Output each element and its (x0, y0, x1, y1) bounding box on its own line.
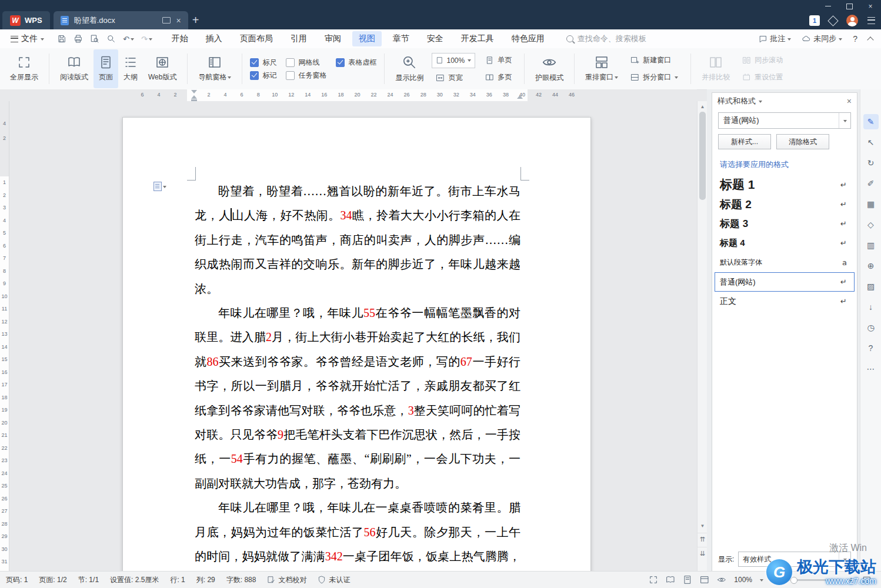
split-window-button[interactable]: 拆分窗口 (626, 71, 682, 85)
menu-tab-开始[interactable]: 开始 (165, 31, 195, 46)
chevron-down-icon[interactable] (759, 101, 762, 105)
menu-tab-视图[interactable]: 视图 (352, 31, 382, 46)
vertical-scrollbar[interactable]: ▲ ▼ ⇈ ⇊ (697, 101, 708, 572)
status-item[interactable]: 列: 29 (196, 575, 215, 585)
outline-button[interactable]: 大纲 (118, 49, 143, 88)
page-layout-icon[interactable] (683, 575, 692, 584)
status-item[interactable]: 字数: 888 (226, 575, 256, 585)
clear-format-button[interactable]: 清除格式 (776, 134, 829, 149)
menu-tab-安全[interactable]: 安全 (421, 31, 450, 46)
status-item[interactable]: 页码: 1 (6, 575, 28, 585)
columns-icon[interactable]: ▥ (863, 238, 879, 253)
document-tab[interactable]: 盼望着.docx × (54, 11, 188, 29)
paragraph-3[interactable]: 年味儿在哪里？哦，年味儿在一桌桌香喷喷的菜肴里。腊月底，妈妈为过年的饭菜忙活了5… (195, 496, 520, 572)
collapse-ribbon-icon[interactable] (867, 36, 873, 43)
view-option-网格线[interactable]: 网格线 (286, 58, 326, 68)
style-item-默认段落字体[interactable]: 默认段落字体a (715, 253, 855, 272)
select-cursor-icon[interactable]: ↖ (863, 135, 879, 150)
style-item-普通(网站)[interactable]: 普通(网站)↵ (715, 272, 855, 292)
menu-tab-开发工具[interactable]: 开发工具 (455, 31, 500, 46)
fit-window-icon[interactable] (862, 575, 872, 584)
read-layout-icon[interactable] (666, 575, 675, 584)
maximize-button[interactable] (839, 0, 860, 12)
sync-status-button[interactable]: 未同步 (802, 34, 842, 44)
highlighter-icon[interactable]: ✐ (863, 176, 879, 191)
file-menu-button[interactable]: 文件 (5, 34, 50, 44)
document-area[interactable]: 盼望着，盼望着……翘首以盼的新年近了。街市上车水马龙，人山人海，好不热闹。34瞧… (9, 101, 697, 572)
view-option-标尺[interactable]: 标尺 (250, 58, 276, 68)
eye-protect-button[interactable]: 护眼模式 (530, 49, 569, 88)
paragraph-style-icon[interactable] (153, 182, 166, 191)
menu-tab-页面布局[interactable]: 页面布局 (233, 31, 279, 46)
menu-tab-引用[interactable]: 引用 (284, 31, 313, 46)
single-page-button[interactable]: 单页 (481, 54, 516, 68)
command-search[interactable]: 查找命令、搜索模板 (566, 34, 646, 44)
help-button[interactable]: ? (853, 34, 857, 44)
user-avatar[interactable] (846, 15, 858, 26)
status-item[interactable]: 设置值: 2.5厘米 (110, 575, 159, 585)
image-icon[interactable]: ▨ (863, 279, 879, 294)
more-icon[interactable]: ⋯ (863, 361, 879, 376)
view-option-表格虚框[interactable]: 表格虚框 (336, 58, 376, 68)
eye-protect-status-icon[interactable] (717, 575, 726, 584)
zoom-slider[interactable] (786, 579, 840, 581)
style-item-标题 2[interactable]: 标题 2↵ (715, 195, 855, 214)
wps-home-button[interactable]: W WPS (2, 11, 50, 29)
print-preview-button[interactable] (90, 34, 99, 44)
format-sync-icon[interactable]: ↻ (863, 155, 879, 171)
vertical-ruler[interactable]: 4212345678910111213141516171819202122232… (0, 101, 9, 572)
previous-page-icon[interactable]: ⇈ (698, 533, 708, 545)
zoom-out-button[interactable]: − (771, 575, 778, 584)
document-page[interactable]: 盼望着，盼望着……翘首以盼的新年近了。街市上车水马龙，人山人海，好不热闹。34瞧… (122, 117, 591, 572)
web-mode-button[interactable]: Web版式 (143, 49, 182, 88)
zoom-ratio-button[interactable]: 显示比例 (390, 49, 429, 88)
read-mode-button[interactable]: 阅读版式 (55, 49, 94, 88)
global-settings-icon[interactable] (867, 17, 875, 24)
document-text[interactable]: 盼望着，盼望着……翘首以盼的新年近了。街市上车水马龙，人山人海，好不热闹。34瞧… (195, 179, 520, 572)
close-button[interactable]: × (860, 0, 881, 12)
member-icon[interactable] (827, 15, 838, 26)
detach-window-icon[interactable] (162, 17, 171, 24)
comment-button[interactable]: 批注 (759, 34, 791, 44)
insert-object-icon[interactable]: ⊕ (863, 258, 879, 273)
current-style-dropdown[interactable]: 普通(网站) (718, 112, 851, 129)
minimize-button[interactable] (817, 0, 839, 12)
find-button[interactable] (106, 34, 116, 44)
nav-pane-button[interactable]: 导航窗格 (193, 49, 236, 88)
paragraph-2[interactable]: 年味儿在哪里？哦，年味儿55在爷爷一幅幅笔墨飘香的对联里。进入腊2月，街上大街小… (195, 301, 520, 496)
redo-button[interactable]: ↷ (141, 35, 152, 44)
menu-tab-特色应用[interactable]: 特色应用 (505, 31, 551, 46)
multi-page-button[interactable]: 多页 (481, 71, 516, 85)
paragraph-1[interactable]: 盼望着，盼望着……翘首以盼的新年近了。街市上车水马龙，人山人海，好不热闹。34瞧… (195, 179, 520, 301)
menu-tab-审阅[interactable]: 审阅 (318, 31, 348, 46)
menu-tab-插入[interactable]: 插入 (199, 31, 229, 46)
view-option-任务窗格[interactable]: 任务窗格 (286, 71, 326, 81)
scroll-up-icon[interactable]: ▲ (698, 102, 708, 111)
help-icon[interactable]: ? (863, 340, 879, 356)
first-line-indent-marker[interactable] (191, 90, 197, 93)
next-page-icon[interactable]: ⇊ (698, 547, 708, 559)
new-tab-button[interactable]: + (188, 11, 203, 29)
horizontal-ruler[interactable]: 6422468101214161820222426283032343638404… (9, 89, 697, 102)
history-icon[interactable]: ◷ (863, 320, 879, 335)
page-mode-button[interactable]: 页面 (94, 49, 118, 88)
new-window-button[interactable]: 新建窗口 (626, 54, 682, 68)
undo-button[interactable]: ↶ (123, 35, 134, 44)
table-icon[interactable]: ▦ (863, 196, 879, 212)
notification-badge-icon[interactable]: 1 (809, 15, 820, 26)
style-item-标题 1[interactable]: 标题 1↵ (715, 175, 855, 195)
web-layout-icon[interactable] (700, 575, 709, 584)
panel-close-icon[interactable]: × (847, 96, 852, 106)
zoom-level[interactable]: 100% (734, 576, 752, 584)
status-item[interactable]: 页面: 1/2 (39, 575, 66, 585)
style-item-正文[interactable]: 正文↵ (715, 292, 855, 311)
zoom-value-box[interactable]: 100% (432, 53, 475, 68)
zoom-in-button[interactable]: + (847, 575, 855, 584)
download-icon[interactable]: ↓ (863, 299, 879, 315)
save-button[interactable] (57, 34, 66, 44)
dropdown-button[interactable] (839, 113, 850, 128)
scrollbar-thumb[interactable] (699, 112, 706, 200)
zoom-slider-thumb[interactable] (790, 577, 797, 584)
style-item-标题 4[interactable]: 标题 4↵ (715, 233, 855, 253)
fit-page-icon[interactable] (649, 575, 658, 584)
